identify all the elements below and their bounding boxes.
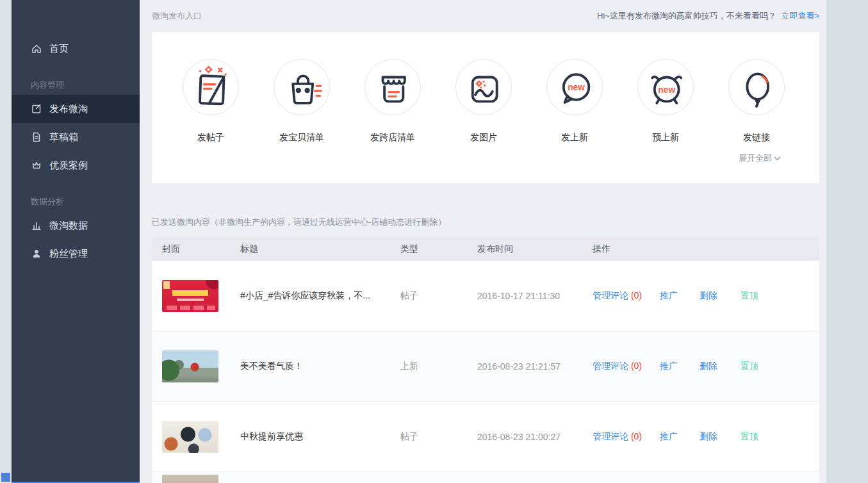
entry-label: 发帖子 bbox=[197, 132, 224, 143]
row-title[interactable]: #小店_#告诉你应该穿秋装，不... bbox=[240, 290, 400, 302]
sidebar-item-label: 发布微淘 bbox=[49, 103, 88, 115]
sidebar-item-quality-cases[interactable]: 优质案例 bbox=[12, 151, 140, 179]
post-pen-icon bbox=[183, 59, 239, 115]
row-type: 上新 bbox=[400, 361, 477, 372]
expand-all-button[interactable]: 展开全部 bbox=[183, 152, 785, 164]
delete-link[interactable]: 删除 bbox=[700, 361, 717, 372]
header-actions: 操作 bbox=[593, 243, 819, 255]
table-row-partial bbox=[152, 472, 819, 483]
row-type: 帖子 bbox=[400, 290, 477, 302]
sidebar-item-label: 优质案例 bbox=[49, 160, 88, 172]
entry-label: 发上新 bbox=[561, 132, 588, 143]
entry-cross-store-list[interactable]: 发跨店清单 bbox=[364, 59, 421, 143]
speech-new-icon: new bbox=[546, 59, 603, 115]
entry-link[interactable]: 发链接 bbox=[728, 59, 785, 143]
comment-count: (0) bbox=[631, 361, 642, 371]
chevron-down-icon bbox=[774, 156, 781, 161]
topbar: 微淘发布入口 Hi~这里有发布微淘的高富帅技巧，不来看看吗？ 立即查看> bbox=[152, 0, 819, 32]
entry-pre-new-arrival[interactable]: new 预上新 bbox=[637, 59, 694, 143]
pin-top-link[interactable]: 置顶 bbox=[741, 361, 758, 372]
entry-label: 发链接 bbox=[743, 132, 770, 143]
crown-icon bbox=[31, 160, 42, 171]
sidebar-item-fans-mgmt[interactable]: 粉丝管理 bbox=[12, 240, 140, 268]
storefront-icon bbox=[364, 59, 421, 115]
row-time: 2016-08-23 21:00:27 bbox=[477, 432, 593, 442]
partial-thumbnail[interactable] bbox=[162, 475, 218, 483]
left-rail bbox=[0, 0, 12, 483]
pin-top-link[interactable]: 置顶 bbox=[741, 290, 758, 302]
sidebar-item-home[interactable]: 首页 bbox=[12, 35, 140, 63]
promote-link[interactable]: 推广 bbox=[660, 431, 678, 443]
draft-file-icon bbox=[31, 131, 42, 143]
row-type: 帖子 bbox=[400, 431, 477, 443]
sidebar-item-publish-weitao[interactable]: 发布微淘 bbox=[12, 95, 140, 123]
expand-all-label: 展开全部 bbox=[739, 153, 772, 163]
table-row: 中秋提前享优惠 帖子 2016-08-23 21:00:27 管理评论 (0) … bbox=[152, 402, 819, 472]
sidebar: 首页 内容管理 发布微淘 草稿箱 优质案例 数据分析 微淘数据 粉丝管理 bbox=[12, 0, 140, 483]
sidebar-item-weitao-data[interactable]: 微淘数据 bbox=[12, 211, 140, 240]
promo-link[interactable]: 立即查看> bbox=[781, 11, 819, 20]
edit-square-icon bbox=[31, 103, 42, 115]
sidebar-item-label: 首页 bbox=[49, 43, 69, 55]
svg-text:new: new bbox=[658, 85, 675, 95]
manage-comments-link[interactable]: 管理评论 (0) bbox=[593, 431, 642, 443]
entry-label: 预上新 bbox=[652, 132, 679, 143]
table-row: #小店_#告诉你应该穿秋装，不... 帖子 2016-10-17 21:11:3… bbox=[152, 261, 819, 331]
sent-content-table: 封面 标题 类型 发布时间 操作 #小店_#告诉你应该穿秋装，不... 帖子 2… bbox=[152, 238, 819, 483]
header-time: 发布时间 bbox=[477, 243, 593, 255]
page-title: 微淘发布入口 bbox=[152, 10, 202, 22]
table-row: 美不美看气质！ 上新 2016-08-23 21:21:57 管理评论 (0) … bbox=[152, 331, 819, 402]
header-title: 标题 bbox=[240, 243, 400, 255]
comment-count: (0) bbox=[631, 431, 642, 441]
shopping-bag-icon bbox=[274, 59, 330, 115]
row-title[interactable]: 中秋提前享优惠 bbox=[240, 431, 400, 443]
entry-label: 发跨店清单 bbox=[370, 132, 415, 143]
sidebar-item-label: 草稿箱 bbox=[49, 131, 78, 143]
promo-text: Hi~这里有发布微淘的高富帅技巧，不来看看吗？ bbox=[597, 11, 776, 20]
sidebar-item-label: 粉丝管理 bbox=[49, 248, 88, 260]
delete-link[interactable]: 删除 bbox=[700, 431, 717, 443]
sidebar-item-drafts[interactable]: 草稿箱 bbox=[12, 123, 140, 151]
image-icon bbox=[455, 59, 512, 115]
rail-bottom-badge bbox=[1, 473, 10, 482]
row-time: 2016-08-23 21:21:57 bbox=[477, 361, 593, 372]
outdoor-photo-thumbnail[interactable] bbox=[162, 350, 218, 382]
entry-new-arrival[interactable]: new 发上新 bbox=[546, 59, 603, 143]
pin-top-link[interactable]: 置顶 bbox=[741, 431, 758, 443]
sidebar-item-label: 微淘数据 bbox=[49, 220, 88, 232]
publish-entries-row: 发帖子 bbox=[183, 59, 785, 143]
alarm-new-icon: new bbox=[637, 59, 694, 115]
home-icon bbox=[31, 43, 42, 54]
row-title[interactable]: 美不美看气质！ bbox=[240, 361, 400, 372]
entry-label: 发宝贝清单 bbox=[279, 132, 324, 143]
publish-entries-panel: 发帖子 bbox=[152, 32, 819, 183]
main-content: 微淘发布入口 Hi~这里有发布微淘的高富帅技巧，不来看看吗？ 立即查看> bbox=[140, 0, 826, 483]
entry-post[interactable]: 发帖子 bbox=[183, 59, 239, 143]
sidebar-section-content-mgmt: 内容管理 bbox=[12, 63, 140, 95]
header-type: 类型 bbox=[400, 243, 477, 255]
sent-content-section-title: 已发送微淘内容（非微淘生产的内容，请通过无线运营中心-店铺动态进行删除） bbox=[152, 217, 819, 228]
table-header-row: 封面 标题 类型 发布时间 操作 bbox=[152, 238, 819, 261]
manage-comments-link[interactable]: 管理评论 (0) bbox=[593, 290, 642, 302]
svg-text:new: new bbox=[568, 83, 585, 92]
promote-link[interactable]: 推广 bbox=[660, 290, 678, 302]
promo-message: Hi~这里有发布微淘的高富帅技巧，不来看看吗？ 立即查看> bbox=[597, 10, 819, 22]
fashion-photo-thumbnail[interactable] bbox=[162, 421, 218, 453]
header-cover: 封面 bbox=[162, 243, 240, 255]
user-icon bbox=[31, 248, 42, 259]
entry-image[interactable]: 发图片 bbox=[455, 59, 512, 143]
promo-banner-thumbnail[interactable] bbox=[162, 280, 218, 312]
delete-link[interactable]: 删除 bbox=[700, 290, 717, 302]
entry-label: 发图片 bbox=[470, 132, 497, 143]
sidebar-section-data-analysis: 数据分析 bbox=[12, 179, 140, 211]
balloon-icon bbox=[728, 59, 785, 115]
row-time: 2016-10-17 21:11:30 bbox=[477, 291, 593, 301]
bar-chart-icon bbox=[31, 220, 42, 231]
promote-link[interactable]: 推广 bbox=[660, 361, 678, 372]
manage-comments-link[interactable]: 管理评论 (0) bbox=[593, 361, 642, 372]
comment-count: (0) bbox=[631, 290, 642, 300]
entry-item-list[interactable]: 发宝贝清单 bbox=[274, 59, 330, 143]
